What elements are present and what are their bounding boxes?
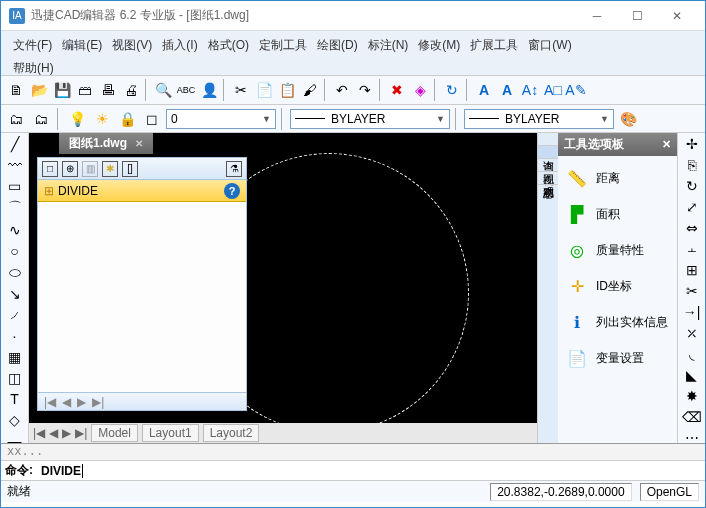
paste-icon[interactable]: 📋 — [276, 79, 298, 101]
lineweight-combo[interactable]: BYLAYER ▼ — [464, 109, 614, 129]
menu-format[interactable]: 格式(O) — [204, 35, 253, 56]
scale-icon[interactable]: ⤢ — [681, 198, 703, 216]
nav-prev-icon[interactable]: ◀ — [49, 426, 58, 440]
palette-close-icon[interactable]: ✕ — [662, 138, 671, 151]
linetype-combo[interactable]: BYLAYER ▼ — [290, 109, 450, 129]
menu-extensions[interactable]: 扩展工具 — [466, 35, 522, 56]
close-button[interactable]: ✕ — [657, 2, 697, 30]
point-icon[interactable]: · — [4, 327, 26, 345]
copy-icon[interactable]: 📄 — [253, 79, 275, 101]
menu-edit[interactable]: 编辑(E) — [58, 35, 106, 56]
palette-item-id[interactable]: ✛ ID坐标 — [562, 268, 673, 304]
spline-icon[interactable]: ∿ — [4, 221, 26, 239]
menu-modify[interactable]: 修改(M) — [414, 35, 464, 56]
layer-tool2-icon[interactable]: 🗂 — [30, 108, 52, 130]
palette-tab-view[interactable]: 视图 — [538, 159, 558, 172]
palette-tab-modify[interactable]: 修改 — [538, 133, 558, 146]
explode-icon[interactable]: ✸ — [681, 387, 703, 405]
rect-icon[interactable]: ▭ — [4, 177, 26, 195]
layout-tab-2[interactable]: Layout2 — [203, 424, 260, 442]
drawing-canvas[interactable]: 图纸1.dwg ✕ □ ⊕ ▥ ✱ [] ⚗ ⊞ DIVIDE ? |◀ ◀ — [29, 133, 537, 443]
trim-icon[interactable]: ✂ — [681, 282, 703, 300]
panel-btn5-icon[interactable]: [] — [122, 161, 138, 177]
palette-item-massprop[interactable]: ◎ 质量特性 — [562, 232, 673, 268]
ellipse-icon[interactable]: ⬭ — [4, 263, 26, 282]
offset-icon[interactable]: ⫠ — [681, 240, 703, 258]
save-icon[interactable]: 💾 — [51, 79, 73, 101]
chamfer-icon[interactable]: ◣ — [681, 366, 703, 384]
nav-next-icon[interactable]: ▶ — [62, 426, 71, 440]
layout-tab-model[interactable]: Model — [91, 424, 138, 442]
erase2-icon[interactable]: ⌫ — [681, 408, 703, 426]
xline-icon[interactable]: ⟋ — [4, 306, 26, 324]
color-tool-icon[interactable]: 🎨 — [617, 108, 639, 130]
palette-item-area[interactable]: ▛ 面积 — [562, 196, 673, 232]
saveall-icon[interactable]: 🗃 — [74, 79, 96, 101]
menu-view[interactable]: 视图(V) — [108, 35, 156, 56]
tab-close-icon[interactable]: ✕ — [135, 138, 143, 149]
refresh-icon[interactable]: ↻ — [441, 79, 463, 101]
palette-tab-orbit[interactable]: 动态观察 — [538, 172, 558, 185]
command-palette-panel[interactable]: □ ⊕ ▥ ✱ [] ⚗ ⊞ DIVIDE ? |◀ ◀ ▶ ▶| — [37, 157, 247, 411]
find-icon[interactable]: 🔍 — [152, 79, 174, 101]
spellcheck-icon[interactable]: ABC — [175, 79, 197, 101]
region-icon[interactable]: ◫ — [4, 369, 26, 387]
move-icon[interactable]: ✢ — [681, 135, 703, 153]
panel-btn3-icon[interactable]: ▥ — [82, 161, 98, 177]
circle-icon[interactable]: ○ — [4, 242, 26, 260]
nav-last-icon[interactable]: ▶| — [75, 426, 87, 440]
menu-window[interactable]: 窗口(W) — [524, 35, 575, 56]
mirror-icon[interactable]: ⇔ — [681, 219, 703, 237]
array-icon[interactable]: ⊞ — [681, 261, 703, 279]
matchprop-icon[interactable]: 🖌 — [299, 79, 321, 101]
bulb-icon[interactable]: 💡 — [66, 108, 88, 130]
menu-dimension[interactable]: 标注(N) — [364, 35, 413, 56]
nav-last-icon[interactable]: ▶| — [92, 395, 104, 409]
lock-icon[interactable]: 🔒 — [116, 108, 138, 130]
document-tab[interactable]: 图纸1.dwg ✕ — [59, 133, 153, 154]
preview-icon[interactable]: 🖨 — [120, 79, 142, 101]
menu-custom-tools[interactable]: 定制工具 — [255, 35, 311, 56]
undo-icon[interactable]: ↶ — [331, 79, 353, 101]
color-swatch-icon[interactable]: ◻ — [141, 108, 163, 130]
gear-icon[interactable]: ✱ — [102, 161, 118, 177]
command-input[interactable]: DIVIDE — [41, 464, 83, 478]
text-icon[interactable]: T — [4, 390, 26, 408]
new-icon[interactable]: 🗎 — [5, 79, 27, 101]
nav-first-icon[interactable]: |◀ — [33, 426, 45, 440]
nav-next-icon[interactable]: ▶ — [77, 395, 86, 409]
break-icon[interactable]: ⤫ — [681, 324, 703, 342]
palette-tab-inquiry[interactable]: 查询 — [538, 146, 558, 159]
text-a4-icon[interactable]: A□ — [542, 79, 564, 101]
panel-btn6-icon[interactable]: ⚗ — [226, 161, 242, 177]
maximize-button[interactable]: ☐ — [617, 2, 657, 30]
sun-icon[interactable]: ☀ — [91, 108, 113, 130]
more-icon[interactable]: ⋯ — [681, 429, 703, 447]
arc-icon[interactable]: ⌒ — [4, 198, 26, 218]
nav-prev-icon[interactable]: ◀ — [62, 395, 71, 409]
text-a3-icon[interactable]: A↕ — [519, 79, 541, 101]
panel-btn1-icon[interactable]: □ — [42, 161, 58, 177]
panel-btn2-icon[interactable]: ⊕ — [62, 161, 78, 177]
delete-icon[interactable]: ✖ — [386, 79, 408, 101]
text-a5-icon[interactable]: A✎ — [565, 79, 587, 101]
palette-item-distance[interactable]: 📏 距离 — [562, 160, 673, 196]
cut-icon[interactable]: ✂ — [230, 79, 252, 101]
menu-draw[interactable]: 绘图(D) — [313, 35, 362, 56]
layer-tool1-icon[interactable]: 🗂 — [5, 108, 27, 130]
copy2-icon[interactable]: ⎘ — [681, 156, 703, 174]
rotate-icon[interactable]: ↻ — [681, 177, 703, 195]
layer-combo[interactable]: 0 ▼ — [166, 109, 276, 129]
more1-icon[interactable]: ◇ — [4, 411, 26, 429]
text-a2-icon[interactable]: A — [496, 79, 518, 101]
menu-file[interactable]: 文件(F) — [9, 35, 56, 56]
minimize-button[interactable]: ─ — [577, 2, 617, 30]
select-icon[interactable]: ◈ — [409, 79, 431, 101]
open-icon[interactable]: 📂 — [28, 79, 50, 101]
line-icon[interactable]: ╱ — [4, 135, 26, 153]
layout-tab-1[interactable]: Layout1 — [142, 424, 199, 442]
nav-first-icon[interactable]: |◀ — [44, 395, 56, 409]
command-line[interactable]: 命令: DIVIDE — [1, 460, 705, 480]
palette-item-setvar[interactable]: 📄 变量设置 — [562, 340, 673, 376]
user-icon[interactable]: 👤 — [198, 79, 220, 101]
